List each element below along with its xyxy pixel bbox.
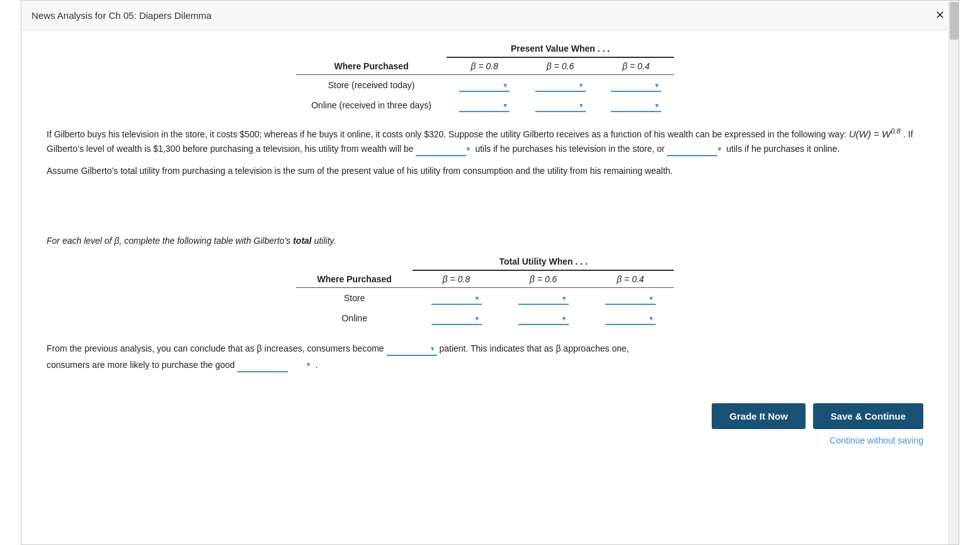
table2-row2-label: Online <box>296 308 413 328</box>
inline-dropdown-purchase[interactable] <box>237 357 313 373</box>
paragraph2: Assume Gilberto’s total utility from pur… <box>47 164 923 178</box>
content-area: Present Value When . . . Where Purchased… <box>21 30 959 391</box>
select-utils-store[interactable] <box>416 142 466 156</box>
conclusion-paragraph: From the previous analysis, you can conc… <box>47 341 923 372</box>
table1-row2-col2-dropdown[interactable] <box>522 95 598 115</box>
inline-dropdown-utils-store[interactable] <box>416 142 472 156</box>
select-store-beta04-pv[interactable] <box>611 78 661 92</box>
select-online-beta04-tu[interactable] <box>605 311 656 325</box>
scrollbar-track[interactable] <box>949 1 959 544</box>
present-value-header: Present Value When . . . <box>447 40 674 57</box>
table1-row2-label: Online (received in three days) <box>296 95 447 115</box>
total-utility-table-wrapper: Total Utility When . . . Where Purchased… <box>47 253 923 328</box>
table2-row2-col1[interactable] <box>413 308 499 328</box>
para1-text3: utils if he purchases his television in … <box>475 144 667 154</box>
table1-beta3-header: β = 0.4 <box>598 57 674 75</box>
para1-text4: utils if he purchases it online. <box>726 144 840 154</box>
table2-row1-col2[interactable] <box>500 288 587 309</box>
table1-row2-col1-dropdown[interactable] <box>447 95 522 115</box>
dropdown-wrapper[interactable] <box>459 78 510 92</box>
select-store-beta06-tu[interactable] <box>518 291 569 305</box>
dropdown-wrapper[interactable] <box>535 98 586 112</box>
select-store-beta08-pv[interactable] <box>459 78 510 92</box>
select-online-beta06-pv[interactable] <box>535 98 586 112</box>
table2-col-header: Where Purchased <box>296 270 413 288</box>
conclusion-text3: consumers are more likely to purchase th… <box>47 360 237 370</box>
dropdown-wrapper[interactable] <box>611 78 661 92</box>
select-online-beta08-tu[interactable] <box>431 311 482 325</box>
table2-row2-col2[interactable] <box>500 308 587 328</box>
present-value-table: Present Value When . . . Where Purchased… <box>296 40 674 115</box>
select-online-beta06-tu[interactable] <box>518 311 569 325</box>
table1-beta1-header: β = 0.8 <box>447 57 522 75</box>
select-online-beta04-pv[interactable] <box>611 98 661 112</box>
dropdown-wrapper[interactable] <box>518 311 569 325</box>
dropdown-wrapper[interactable] <box>611 98 661 112</box>
table1-row1-label: Store (received today) <box>296 75 447 96</box>
dropdown-wrapper[interactable] <box>431 291 482 305</box>
para1-text1: If Gilberto buys his television in the s… <box>47 129 849 139</box>
table2-beta1-header: β = 0.8 <box>413 270 499 288</box>
present-value-table-wrapper: Present Value When . . . Where Purchased… <box>47 40 923 115</box>
scrollbar-thumb[interactable] <box>950 2 959 40</box>
instruction-text: For each level of β, complete the follow… <box>47 236 336 246</box>
select-utils-online[interactable] <box>667 142 717 156</box>
table2-row1-label: Store <box>296 288 413 309</box>
modal-title: News Analysis for Ch 05: Diapers Dilemma <box>31 10 212 21</box>
italic-instruction: For each level of β, complete the follow… <box>47 236 923 246</box>
conclusion-text2: patient. This indicates that as β approa… <box>439 343 629 353</box>
select-purchase[interactable] <box>237 359 288 372</box>
dropdown-wrapper[interactable] <box>605 291 656 305</box>
select-patient[interactable] <box>387 342 437 356</box>
table1-col-header: Where Purchased <box>296 57 447 75</box>
table1-row1-col1-dropdown[interactable] <box>447 75 522 96</box>
table1-row2-col3-dropdown[interactable] <box>598 95 674 115</box>
table1-beta2-header: β = 0.6 <box>522 57 598 75</box>
select-store-beta06-pv[interactable] <box>535 78 586 92</box>
formula-text: U(W) = W0.8 <box>849 129 903 139</box>
table2-beta2-header: β = 0.6 <box>500 270 587 288</box>
table2-row2-col3[interactable] <box>587 308 674 328</box>
dropdown-wrapper[interactable] <box>459 98 510 112</box>
select-store-beta04-tu[interactable] <box>605 291 656 305</box>
table2-beta3-header: β = 0.4 <box>587 270 674 288</box>
conclusion-text1: From the previous analysis, you can conc… <box>47 343 387 353</box>
inline-dropdown-patient[interactable] <box>387 341 437 357</box>
table2-row1-col1[interactable] <box>413 288 499 309</box>
table-row: Store (received today) <box>296 75 674 96</box>
table2-row1-col3[interactable] <box>587 288 674 309</box>
continue-without-saving-link[interactable]: Continue without saving <box>21 435 959 456</box>
save-button[interactable]: Save & Continue <box>813 403 923 429</box>
table1-row1-col2-dropdown[interactable] <box>522 75 598 96</box>
total-utility-header: Total Utility When . . . <box>413 253 674 270</box>
total-utility-table: Total Utility When . . . Where Purchased… <box>296 253 674 328</box>
paragraph1: If Gilberto buys his television in the s… <box>47 125 923 156</box>
modal-header: News Analysis for Ch 05: Diapers Dilemma… <box>21 1 959 30</box>
dropdown-wrapper[interactable] <box>535 78 586 92</box>
table-row: Online (received in three days) <box>296 95 674 115</box>
select-online-beta08-pv[interactable] <box>459 98 510 112</box>
inline-dropdown-utils-online[interactable] <box>667 142 724 156</box>
close-button[interactable]: ✕ <box>932 7 949 23</box>
table1-row1-col3-dropdown[interactable] <box>598 75 674 96</box>
conclusion-text4: . <box>316 360 318 370</box>
grade-button[interactable]: Grade It Now <box>712 403 806 429</box>
button-row: Grade It Now Save & Continue <box>21 391 959 435</box>
dropdown-wrapper[interactable] <box>605 311 656 325</box>
select-store-beta08-tu[interactable] <box>431 291 482 305</box>
table-row: Store <box>296 288 674 309</box>
dropdown-wrapper[interactable] <box>431 311 482 325</box>
table-row: Online <box>296 308 674 328</box>
dropdown-wrapper[interactable] <box>518 291 569 305</box>
